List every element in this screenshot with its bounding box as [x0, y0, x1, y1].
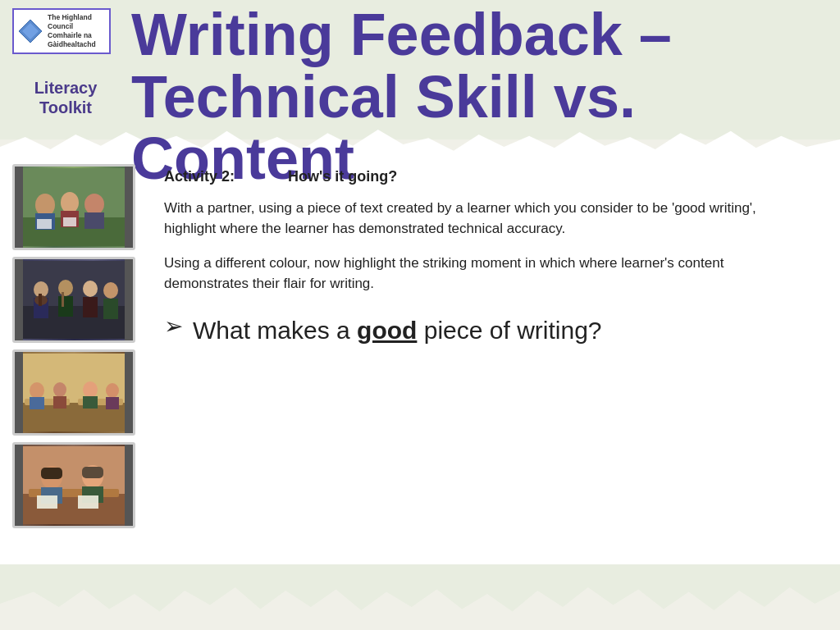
image-1-svg	[21, 168, 127, 246]
literacy-toolkit-label: Literacy Toolkit	[12, 78, 119, 117]
arrow-bullet-icon: ➢	[164, 313, 183, 340]
image-2-svg	[21, 261, 127, 339]
svg-rect-36	[106, 397, 119, 409]
svg-point-35	[106, 383, 119, 398]
svg-point-31	[53, 382, 66, 397]
paragraph-1: With a partner, using a piece of text cr…	[164, 199, 803, 239]
svg-point-8	[84, 194, 104, 215]
svg-rect-34	[83, 396, 98, 409]
paragraph-2: Using a different colour, now highlight …	[164, 253, 803, 294]
main-content: Activity 2: How's it going? With a partn…	[152, 160, 815, 354]
svg-rect-24	[103, 299, 118, 319]
logo-text: The Highland Council Comhairle na Gàidhe…	[48, 13, 96, 49]
image-3	[15, 352, 133, 433]
diamond-logo-icon	[17, 18, 43, 44]
bullet-text-after: piece of writing?	[417, 317, 601, 344]
image-musicians	[12, 257, 135, 343]
svg-rect-32	[53, 396, 66, 409]
bullet-text: What makes a good piece of writing?	[193, 314, 602, 346]
logo-container: The Highland Council Comhairle na Gàidhe…	[12, 8, 111, 66]
image-2	[15, 259, 133, 340]
image-students-reading	[12, 164, 135, 250]
svg-rect-30	[30, 397, 44, 409]
bullet-text-before: What makes a	[193, 317, 357, 344]
svg-point-6	[61, 192, 79, 213]
svg-rect-46	[37, 495, 57, 509]
torn-paper-bottom	[0, 564, 840, 630]
svg-point-33	[83, 381, 98, 398]
svg-rect-19	[58, 296, 73, 317]
activity-header: Activity 2: How's it going?	[164, 168, 803, 185]
image-classroom-activity	[12, 349, 135, 436]
image-4	[15, 445, 133, 526]
svg-rect-11	[63, 217, 76, 226]
svg-point-4	[35, 194, 55, 217]
sidebar-images	[12, 164, 139, 528]
image-1	[15, 167, 133, 248]
svg-rect-47	[78, 495, 98, 509]
svg-point-29	[30, 382, 44, 399]
image-4-svg	[21, 446, 127, 524]
logo-box: The Highland Council Comhairle na Gàidhe…	[12, 8, 111, 54]
image-students-writing	[12, 442, 135, 528]
svg-point-23	[103, 282, 118, 299]
svg-rect-20	[62, 292, 64, 307]
activity-question: How's it going?	[288, 168, 397, 185]
svg-rect-10	[37, 219, 52, 229]
svg-rect-45	[82, 467, 103, 478]
svg-rect-22	[83, 297, 98, 317]
svg-rect-9	[84, 212, 104, 229]
svg-rect-42	[41, 468, 62, 479]
bullet-point: ➢ What makes a good piece of writing?	[164, 314, 803, 346]
activity-label: Activity 2:	[164, 168, 235, 185]
image-3-svg	[21, 354, 127, 431]
svg-rect-38	[21, 494, 127, 524]
bullet-text-underlined: good	[357, 317, 417, 344]
svg-point-21	[83, 281, 98, 297]
svg-point-18	[58, 280, 73, 296]
svg-rect-17	[39, 294, 42, 306]
